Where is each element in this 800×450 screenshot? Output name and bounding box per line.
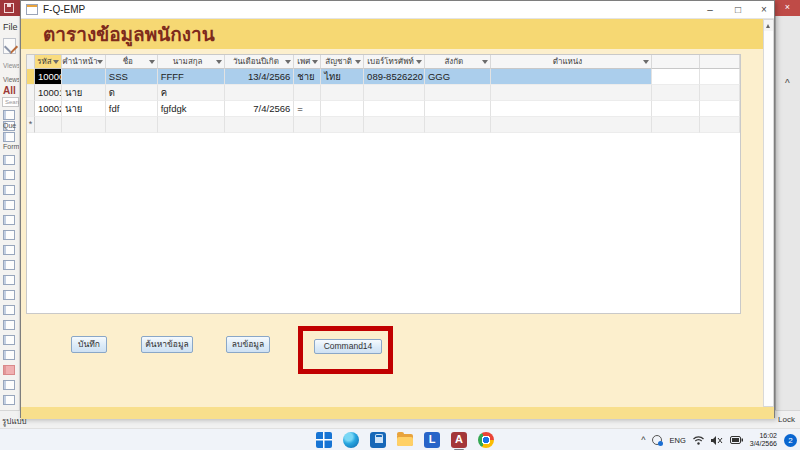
cell-empty[interactable] [225,117,294,133]
cell-firstname[interactable]: fdf [106,101,158,117]
filter-dropdown-icon[interactable] [416,60,422,64]
cell-phone[interactable] [364,85,425,101]
cell-empty[interactable] [294,117,321,133]
save-button[interactable]: บันทึก [71,336,107,353]
query-object-icon[interactable] [3,132,15,142]
cell-empty[interactable] [62,117,106,133]
minimize-button[interactable]: – [699,1,721,19]
cell-birthdate[interactable]: 7/4/2566 [225,101,294,117]
cell-position[interactable] [491,101,653,117]
column-header-gender[interactable]: เพศ [294,55,321,69]
window-close-button[interactable]: × [753,1,775,19]
table-object-icon[interactable] [3,110,15,120]
scroll-up-icon[interactable] [764,20,773,31]
cell-gender[interactable]: = [294,101,321,117]
filter-dropdown-icon[interactable] [312,60,318,64]
column-header-id[interactable]: รหัส [35,55,62,69]
collapse-chevron-icon[interactable]: ^ [785,78,790,89]
form-object-icon[interactable] [3,170,15,180]
record-selector[interactable] [27,69,35,85]
form-object-icon[interactable] [3,275,15,285]
cell-gender[interactable] [294,85,321,101]
form-object-icon-selected[interactable] [3,365,15,375]
column-header-nationality[interactable]: สัญชาติ [321,55,364,69]
store-icon[interactable] [370,432,386,448]
form-object-icon[interactable] [3,380,15,390]
cell-empty[interactable] [491,117,653,133]
form-object-icon[interactable] [3,245,15,255]
record-selector[interactable] [27,101,35,117]
form-object-icon[interactable] [3,200,15,210]
form-object-icon[interactable] [3,215,15,225]
filter-dropdown-icon[interactable] [643,60,649,64]
forms-group-label[interactable]: Form [3,143,19,150]
language-indicator[interactable]: ENG [669,436,685,445]
cell-surname[interactable]: ค [158,85,226,101]
delete-button[interactable]: ลบข้อมูล [226,336,270,353]
cell-nationality[interactable] [321,85,364,101]
form-object-icon[interactable] [3,335,15,345]
cell-position[interactable] [491,85,653,101]
column-header-prefix[interactable]: คำนำหน้า [62,55,106,69]
column-header-department[interactable]: สังกัด [425,55,491,69]
cell-empty[interactable] [364,117,425,133]
cell-prefix[interactable]: นาย [62,101,106,117]
cell-birthdate[interactable] [225,85,294,101]
cell-nationality[interactable]: ไทย [321,69,364,85]
form-object-icon[interactable] [3,305,15,315]
volume-muted-icon[interactable] [711,436,723,445]
column-header-surname[interactable]: นามสกุล [158,55,226,69]
file-explorer-icon[interactable] [397,434,413,446]
filter-dropdown-icon[interactable] [285,60,291,64]
record-selector[interactable] [27,85,35,101]
filter-dropdown-icon[interactable] [482,60,488,64]
cell-prefix[interactable] [62,69,106,85]
clock[interactable]: 16:02 3/4/2566 [750,432,777,448]
cell-department[interactable]: GGG [425,69,491,85]
column-header-position[interactable]: ตำแหน่ง [491,55,653,69]
form-object-icon[interactable] [3,230,15,240]
form-object-icon[interactable] [3,185,15,195]
start-icon[interactable] [316,432,332,448]
edge-icon[interactable] [343,432,359,448]
form-object-icon[interactable] [3,350,15,360]
cell-id[interactable]: 10001 [35,85,62,101]
wifi-icon[interactable] [693,436,704,445]
all-access-objects-label[interactable]: All [3,85,16,96]
cell-firstname[interactable]: SSS [106,69,158,85]
hidden-icons-chevron[interactable]: ^ [641,435,645,445]
filter-dropdown-icon[interactable] [216,60,222,64]
filter-dropdown-icon[interactable] [53,60,59,64]
cell-firstname[interactable]: ด [106,85,158,101]
cell-surname[interactable]: FFFF [158,69,226,85]
form-object-icon[interactable] [3,155,15,165]
cell-department[interactable] [425,101,491,117]
battery-icon[interactable] [730,436,743,444]
cell-empty[interactable] [35,117,62,133]
filter-dropdown-icon[interactable] [355,60,361,64]
access-close-button[interactable]: × [775,0,800,16]
select-all-corner[interactable] [27,55,35,69]
chrome-icon[interactable] [478,432,494,448]
onedrive-icon[interactable] [652,435,662,445]
cell-prefix[interactable]: นาย [62,85,106,101]
cell-empty[interactable] [106,117,158,133]
form-object-icon[interactable] [3,290,15,300]
vertical-scrollbar[interactable] [763,19,774,407]
cell-phone[interactable] [364,101,425,117]
view-icon[interactable] [3,38,16,54]
search-button[interactable]: ค้นหาข้อมูล [141,336,193,353]
cell-birthdate[interactable]: 13/4/2566 [225,69,294,85]
queries-group-label[interactable]: Que [3,122,16,129]
active-cell[interactable]: 10000 [35,69,62,85]
cell-empty[interactable] [425,117,491,133]
access-icon[interactable]: A [451,432,467,448]
notification-badge[interactable]: 2 [784,434,797,447]
cell-gender[interactable]: ชาย [294,69,321,85]
form-object-icon[interactable] [3,260,15,270]
form-object-icon[interactable] [3,320,15,330]
cell-empty[interactable] [321,117,364,133]
filter-dropdown-icon[interactable] [149,60,155,64]
form-object-icon[interactable] [3,395,15,405]
cell-id[interactable]: 10002 [35,101,62,117]
